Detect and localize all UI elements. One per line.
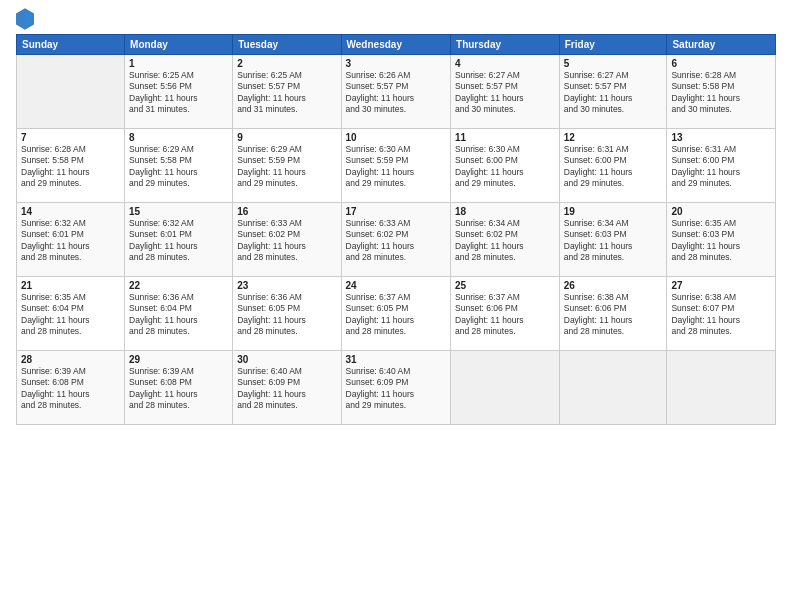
- day-info: Sunrise: 6:32 AM Sunset: 6:01 PM Dayligh…: [21, 218, 120, 264]
- day-number: 17: [346, 206, 446, 217]
- day-number: 11: [455, 132, 555, 143]
- calendar-week-row: 14Sunrise: 6:32 AM Sunset: 6:01 PM Dayli…: [17, 203, 776, 277]
- day-number: 8: [129, 132, 228, 143]
- col-saturday: Saturday: [667, 35, 776, 55]
- day-info: Sunrise: 6:33 AM Sunset: 6:02 PM Dayligh…: [237, 218, 336, 264]
- day-number: 6: [671, 58, 771, 69]
- table-row: 30Sunrise: 6:40 AM Sunset: 6:09 PM Dayli…: [233, 351, 341, 425]
- day-info: Sunrise: 6:39 AM Sunset: 6:08 PM Dayligh…: [21, 366, 120, 412]
- day-info: Sunrise: 6:36 AM Sunset: 6:04 PM Dayligh…: [129, 292, 228, 338]
- day-number: 2: [237, 58, 336, 69]
- day-number: 25: [455, 280, 555, 291]
- day-info: Sunrise: 6:26 AM Sunset: 5:57 PM Dayligh…: [346, 70, 446, 116]
- day-number: 18: [455, 206, 555, 217]
- day-info: Sunrise: 6:30 AM Sunset: 6:00 PM Dayligh…: [455, 144, 555, 190]
- logo-icon: [16, 8, 34, 30]
- col-thursday: Thursday: [451, 35, 560, 55]
- day-info: Sunrise: 6:30 AM Sunset: 5:59 PM Dayligh…: [346, 144, 446, 190]
- day-info: Sunrise: 6:38 AM Sunset: 6:07 PM Dayligh…: [671, 292, 771, 338]
- table-row: 5Sunrise: 6:27 AM Sunset: 5:57 PM Daylig…: [559, 55, 667, 129]
- day-info: Sunrise: 6:35 AM Sunset: 6:04 PM Dayligh…: [21, 292, 120, 338]
- day-number: 15: [129, 206, 228, 217]
- day-number: 13: [671, 132, 771, 143]
- day-number: 20: [671, 206, 771, 217]
- day-number: 7: [21, 132, 120, 143]
- table-row: 6Sunrise: 6:28 AM Sunset: 5:58 PM Daylig…: [667, 55, 776, 129]
- calendar-header-row: Sunday Monday Tuesday Wednesday Thursday…: [17, 35, 776, 55]
- day-number: 28: [21, 354, 120, 365]
- col-wednesday: Wednesday: [341, 35, 450, 55]
- calendar-table: Sunday Monday Tuesday Wednesday Thursday…: [16, 34, 776, 425]
- table-row: 17Sunrise: 6:33 AM Sunset: 6:02 PM Dayli…: [341, 203, 450, 277]
- day-number: 14: [21, 206, 120, 217]
- table-row: 22Sunrise: 6:36 AM Sunset: 6:04 PM Dayli…: [125, 277, 233, 351]
- table-row: 20Sunrise: 6:35 AM Sunset: 6:03 PM Dayli…: [667, 203, 776, 277]
- table-row: 15Sunrise: 6:32 AM Sunset: 6:01 PM Dayli…: [125, 203, 233, 277]
- table-row: 25Sunrise: 6:37 AM Sunset: 6:06 PM Dayli…: [451, 277, 560, 351]
- day-number: 16: [237, 206, 336, 217]
- table-row: 28Sunrise: 6:39 AM Sunset: 6:08 PM Dayli…: [17, 351, 125, 425]
- logo: [16, 12, 36, 30]
- col-tuesday: Tuesday: [233, 35, 341, 55]
- header: [16, 12, 776, 30]
- day-number: 24: [346, 280, 446, 291]
- day-info: Sunrise: 6:40 AM Sunset: 6:09 PM Dayligh…: [237, 366, 336, 412]
- table-row: [451, 351, 560, 425]
- table-row: 9Sunrise: 6:29 AM Sunset: 5:59 PM Daylig…: [233, 129, 341, 203]
- table-row: 21Sunrise: 6:35 AM Sunset: 6:04 PM Dayli…: [17, 277, 125, 351]
- table-row: 29Sunrise: 6:39 AM Sunset: 6:08 PM Dayli…: [125, 351, 233, 425]
- day-number: 22: [129, 280, 228, 291]
- day-info: Sunrise: 6:28 AM Sunset: 5:58 PM Dayligh…: [671, 70, 771, 116]
- day-number: 23: [237, 280, 336, 291]
- table-row: 13Sunrise: 6:31 AM Sunset: 6:00 PM Dayli…: [667, 129, 776, 203]
- day-info: Sunrise: 6:27 AM Sunset: 5:57 PM Dayligh…: [455, 70, 555, 116]
- day-info: Sunrise: 6:33 AM Sunset: 6:02 PM Dayligh…: [346, 218, 446, 264]
- day-number: 1: [129, 58, 228, 69]
- day-info: Sunrise: 6:29 AM Sunset: 5:59 PM Dayligh…: [237, 144, 336, 190]
- day-number: 26: [564, 280, 663, 291]
- day-number: 4: [455, 58, 555, 69]
- day-info: Sunrise: 6:39 AM Sunset: 6:08 PM Dayligh…: [129, 366, 228, 412]
- table-row: 23Sunrise: 6:36 AM Sunset: 6:05 PM Dayli…: [233, 277, 341, 351]
- day-info: Sunrise: 6:31 AM Sunset: 6:00 PM Dayligh…: [671, 144, 771, 190]
- day-number: 21: [21, 280, 120, 291]
- day-info: Sunrise: 6:31 AM Sunset: 6:00 PM Dayligh…: [564, 144, 663, 190]
- day-number: 5: [564, 58, 663, 69]
- table-row: 16Sunrise: 6:33 AM Sunset: 6:02 PM Dayli…: [233, 203, 341, 277]
- day-info: Sunrise: 6:34 AM Sunset: 6:02 PM Dayligh…: [455, 218, 555, 264]
- table-row: 18Sunrise: 6:34 AM Sunset: 6:02 PM Dayli…: [451, 203, 560, 277]
- table-row: 8Sunrise: 6:29 AM Sunset: 5:58 PM Daylig…: [125, 129, 233, 203]
- day-number: 10: [346, 132, 446, 143]
- day-number: 30: [237, 354, 336, 365]
- col-friday: Friday: [559, 35, 667, 55]
- table-row: 26Sunrise: 6:38 AM Sunset: 6:06 PM Dayli…: [559, 277, 667, 351]
- table-row: 2Sunrise: 6:25 AM Sunset: 5:57 PM Daylig…: [233, 55, 341, 129]
- day-info: Sunrise: 6:37 AM Sunset: 6:05 PM Dayligh…: [346, 292, 446, 338]
- calendar-week-row: 1Sunrise: 6:25 AM Sunset: 5:56 PM Daylig…: [17, 55, 776, 129]
- day-number: 29: [129, 354, 228, 365]
- table-row: 4Sunrise: 6:27 AM Sunset: 5:57 PM Daylig…: [451, 55, 560, 129]
- day-info: Sunrise: 6:36 AM Sunset: 6:05 PM Dayligh…: [237, 292, 336, 338]
- day-number: 12: [564, 132, 663, 143]
- table-row: [17, 55, 125, 129]
- col-sunday: Sunday: [17, 35, 125, 55]
- day-number: 31: [346, 354, 446, 365]
- day-info: Sunrise: 6:35 AM Sunset: 6:03 PM Dayligh…: [671, 218, 771, 264]
- calendar-week-row: 7Sunrise: 6:28 AM Sunset: 5:58 PM Daylig…: [17, 129, 776, 203]
- table-row: 11Sunrise: 6:30 AM Sunset: 6:00 PM Dayli…: [451, 129, 560, 203]
- day-number: 19: [564, 206, 663, 217]
- day-info: Sunrise: 6:40 AM Sunset: 6:09 PM Dayligh…: [346, 366, 446, 412]
- day-info: Sunrise: 6:25 AM Sunset: 5:56 PM Dayligh…: [129, 70, 228, 116]
- table-row: 7Sunrise: 6:28 AM Sunset: 5:58 PM Daylig…: [17, 129, 125, 203]
- table-row: [559, 351, 667, 425]
- table-row: 14Sunrise: 6:32 AM Sunset: 6:01 PM Dayli…: [17, 203, 125, 277]
- table-row: 24Sunrise: 6:37 AM Sunset: 6:05 PM Dayli…: [341, 277, 450, 351]
- table-row: 19Sunrise: 6:34 AM Sunset: 6:03 PM Dayli…: [559, 203, 667, 277]
- table-row: 12Sunrise: 6:31 AM Sunset: 6:00 PM Dayli…: [559, 129, 667, 203]
- table-row: 31Sunrise: 6:40 AM Sunset: 6:09 PM Dayli…: [341, 351, 450, 425]
- day-info: Sunrise: 6:34 AM Sunset: 6:03 PM Dayligh…: [564, 218, 663, 264]
- table-row: 27Sunrise: 6:38 AM Sunset: 6:07 PM Dayli…: [667, 277, 776, 351]
- day-number: 3: [346, 58, 446, 69]
- day-info: Sunrise: 6:32 AM Sunset: 6:01 PM Dayligh…: [129, 218, 228, 264]
- day-info: Sunrise: 6:38 AM Sunset: 6:06 PM Dayligh…: [564, 292, 663, 338]
